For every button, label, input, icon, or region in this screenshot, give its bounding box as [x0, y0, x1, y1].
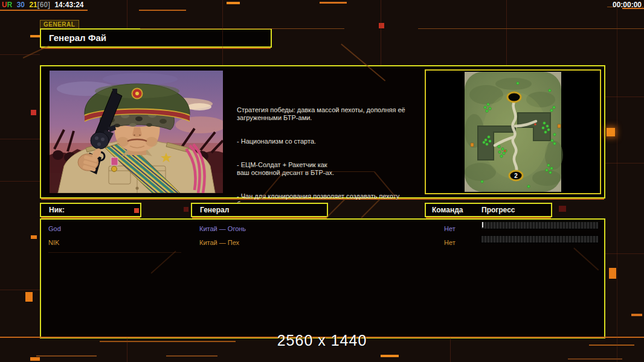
circuit-line: [605, 97, 644, 97]
general-portrait-image: [50, 71, 223, 193]
circuit-square: [607, 128, 615, 136]
circuit-line: [631, 314, 642, 316]
circuit-line: [568, 358, 622, 360]
strategy-paragraph: - Национализм со старта.: [237, 138, 423, 145]
general-title: Генерал Фай: [49, 33, 106, 43]
match-timer: 00:00:00: [613, 1, 642, 9]
gentool-stats: UR 30 21[60] 14:43:24: [2, 1, 86, 9]
circuit-line: [506, 0, 507, 65]
circuit-line: [0, 181, 40, 182]
gentool-r: R: [7, 1, 13, 9]
map-preview-panel: 2: [425, 69, 601, 194]
gentool-clock: 14:43:24: [54, 1, 83, 9]
circuit-line: [589, 345, 634, 346]
player-team: Нет: [444, 222, 456, 236]
circuit-line: [30, 35, 40, 37]
player-team: Нет: [444, 236, 456, 250]
general-detail-panel: Стратегия победы: давка массой пехоты, д…: [40, 65, 605, 198]
player-general: Китай — Пех: [199, 236, 239, 250]
circuit-line: [127, 0, 127, 28]
circuit-line: [227, 2, 240, 4]
circuit-square: [31, 235, 37, 239]
player-progress-bar: [481, 236, 598, 243]
circuit-square: [559, 206, 566, 212]
player-progress-bar: [481, 222, 598, 229]
team-progress-column-header: Команда Прогресс: [425, 203, 552, 217]
map-preview: 2: [426, 71, 600, 193]
player-row[interactable]: God Китай — Огонь Нет: [41, 222, 604, 236]
map-player-count-badge: 2: [514, 173, 518, 179]
game-lobby-screen: UR 30 21[60] 14:43:24 00:00:00 GENERAL Г…: [0, 0, 644, 362]
circuit-square: [609, 268, 616, 279]
circuit-line: [100, 341, 236, 342]
circuit-line: [381, 355, 399, 357]
circuit-line: [0, 10, 88, 11]
resolution-label: 2560 x 1440: [277, 332, 367, 349]
circuit-square: [184, 207, 188, 212]
circuit-line: [0, 54, 40, 55]
player-row[interactable]: NIK Китай — Пех Нет: [41, 236, 604, 250]
nick-column-header: Ник:: [40, 203, 141, 217]
circuit-line: [617, 0, 617, 362]
strategy-paragraph: - ЕЦМ-Солдат + Ракетчик как ваш основной…: [237, 161, 423, 177]
gentool-cap: [60]: [37, 1, 50, 9]
general-portrait: [50, 71, 223, 193]
players-list-panel: God Китай — Огонь Нет NIK Китай — Пех Не…: [40, 218, 605, 338]
gentool-u: U: [2, 1, 7, 9]
general-tab: GENERAL: [40, 20, 79, 29]
circuit-square: [31, 110, 36, 115]
progress-caret: [482, 222, 483, 227]
circuit-line: [605, 163, 644, 164]
player-nick: God: [48, 222, 61, 236]
circuit-square: [379, 23, 384, 28]
circuit-square: [30, 357, 40, 361]
circuit-line: [605, 253, 644, 254]
circuit-line: [0, 139, 40, 139]
circuit-line: [139, 10, 186, 11]
general-title-box: Генерал Фай: [40, 28, 272, 48]
circuit-line: [381, 0, 381, 65]
team-column-label: Команда: [432, 204, 463, 216]
gentool-ping: 21: [29, 1, 37, 9]
circuit-line: [0, 290, 40, 290]
player-nick: NIK: [48, 236, 59, 250]
gentool-fps: 30: [17, 1, 25, 9]
circuit-square: [25, 292, 33, 302]
circuit-line: [36, 355, 97, 357]
player-general: Китай — Огонь: [199, 222, 246, 236]
circuit-line: [450, 338, 451, 362]
strategy-paragraph: Стратегия победы: давка массой пехоты, д…: [237, 106, 423, 122]
circuit-line: [166, 355, 217, 357]
circuit-line: [127, 338, 127, 362]
general-column-header: Генерал: [191, 203, 328, 217]
progress-column-label: Прогресс: [481, 204, 515, 216]
circuit-line: [320, 2, 347, 4]
circuit-line: [418, 28, 644, 29]
